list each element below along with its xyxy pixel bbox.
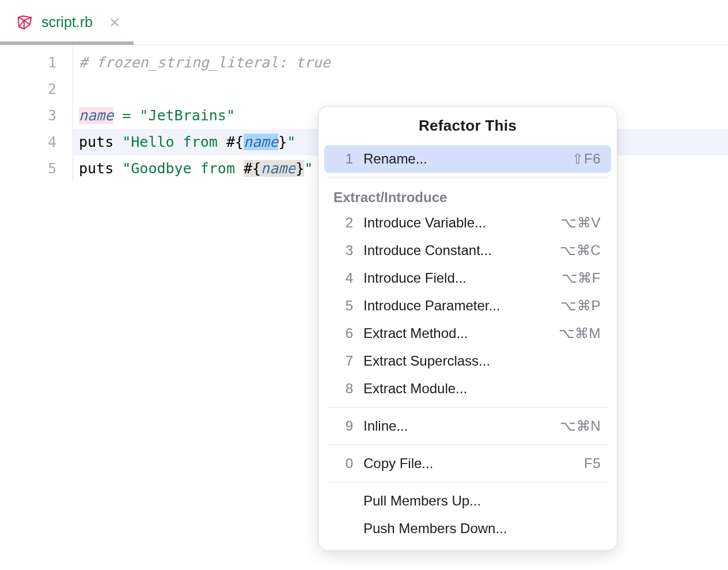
line-number: 5 [0, 155, 73, 182]
menu-pull-members-up[interactable]: Pull Members Up... [324, 487, 611, 515]
menu-extract-superclass[interactable]: 7 Extract Superclass... [324, 347, 611, 375]
menu-item-number: 8 [333, 381, 353, 397]
menu-item-number: 3 [333, 242, 353, 259]
menu-item-label: Rename... [363, 151, 572, 167]
menu-item-number: 6 [333, 325, 353, 341]
tab-bar: script.rb [0, 0, 728, 45]
identifier-selected: name [244, 134, 278, 150]
menu-item-label: Pull Members Up... [363, 493, 601, 509]
menu-item-number: 4 [333, 270, 353, 286]
menu-separator [328, 177, 608, 178]
code-text: "Goodbye from [122, 160, 244, 177]
menu-item-label: Introduce Variable... [363, 215, 560, 231]
menu-item-shortcut: ⌥⌘M [559, 325, 601, 341]
menu-item-label: Extract Module... [363, 381, 601, 397]
menu-separator [328, 482, 608, 482]
code-text: = "JetBrains" [113, 107, 235, 124]
line-number: 3 [0, 102, 73, 129]
tab-filename: script.rb [41, 14, 93, 31]
menu-item-label: Extract Superclass... [363, 353, 601, 369]
code-text: " [304, 160, 313, 177]
line-number: 2 [0, 76, 73, 102]
menu-extract-module[interactable]: 8 Extract Module... [324, 375, 611, 402]
menu-item-number: 1 [333, 151, 353, 167]
menu-item-shortcut: ⌥⌘P [560, 298, 601, 314]
code-line: # frozen_string_literal: true [73, 50, 728, 76]
menu-separator [328, 407, 608, 408]
menu-item-number: 5 [333, 298, 353, 314]
menu-item-number: 0 [333, 455, 353, 472]
identifier: name [79, 107, 113, 124]
menu-item-label: Copy File... [363, 455, 584, 472]
menu-introduce-constant[interactable]: 3 Introduce Constant... ⌥⌘C [324, 237, 611, 264]
code-text: } [278, 134, 287, 150]
menu-copy-file[interactable]: 0 Copy File... F5 [324, 450, 611, 477]
line-number: 1 [0, 50, 73, 76]
comment-text: # frozen_string_literal: true [79, 54, 331, 71]
menu-item-label: Extract Method... [363, 325, 559, 341]
menu-item-label: Inline... [363, 418, 560, 434]
menu-item-number: 9 [333, 418, 353, 434]
menu-rename[interactable]: 1 Rename... ⇧F6 [324, 145, 611, 173]
code-line [73, 76, 728, 102]
menu-item-shortcut: ⌥⌘V [560, 215, 601, 231]
menu-item-label: Introduce Parameter... [363, 298, 560, 314]
refactor-popup: Refactor This 1 Rename... ⇧F6 Extract/In… [318, 106, 617, 551]
code-text: #{ [244, 160, 261, 177]
code-text: puts [79, 160, 122, 177]
code-text: } [295, 160, 304, 177]
file-tab[interactable]: script.rb [0, 0, 138, 44]
code-text: "Hello from [122, 134, 226, 150]
menu-section-extract: Extract/Introduce [324, 183, 611, 209]
menu-item-number: 2 [333, 215, 353, 231]
close-icon[interactable] [108, 16, 122, 29]
menu-item-shortcut: ⌥⌘F [562, 270, 601, 286]
menu-extract-method[interactable]: 6 Extract Method... ⌥⌘M [324, 320, 611, 347]
menu-item-shortcut: ⌥⌘C [560, 242, 601, 259]
menu-item-label: Introduce Field... [363, 270, 562, 286]
code-text: " [287, 134, 295, 150]
menu-inline[interactable]: 9 Inline... ⌥⌘N [324, 412, 611, 440]
menu-item-shortcut: F5 [584, 455, 601, 472]
popup-title: Refactor This [324, 117, 611, 135]
menu-introduce-parameter[interactable]: 5 Introduce Parameter... ⌥⌘P [324, 292, 611, 320]
code-text: #{ [226, 134, 244, 150]
ruby-icon [16, 14, 33, 31]
gutter: 1 2 3 4 5 [0, 45, 73, 182]
menu-item-label: Introduce Constant... [363, 242, 560, 259]
menu-introduce-field[interactable]: 4 Introduce Field... ⌥⌘F [324, 264, 611, 292]
line-number: 4 [0, 129, 73, 155]
menu-introduce-variable[interactable]: 2 Introduce Variable... ⌥⌘V [324, 209, 611, 237]
menu-item-shortcut: ⇧F6 [572, 151, 601, 167]
code-text: puts [79, 134, 122, 150]
menu-item-shortcut: ⌥⌘N [560, 418, 601, 434]
identifier: name [261, 160, 295, 177]
menu-item-label: Push Members Down... [363, 520, 601, 537]
menu-push-members-down[interactable]: Push Members Down... [324, 515, 611, 542]
menu-separator [328, 444, 608, 445]
menu-item-number: 7 [333, 353, 353, 369]
